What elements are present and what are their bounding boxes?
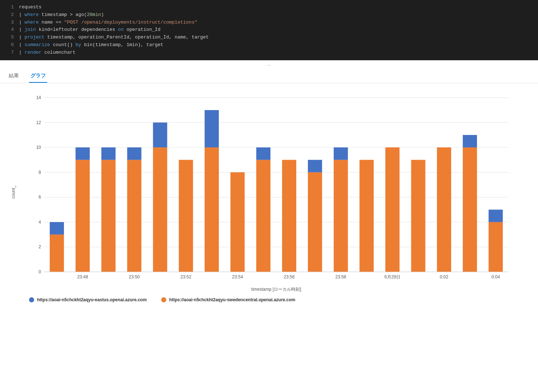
x-tick-label: 23:56 xyxy=(284,274,295,279)
bar-blue[interactable] xyxy=(308,160,322,172)
legend-item: https://aoai-n5chckht2aqyu-swedencentral… xyxy=(161,297,295,302)
code-token: summarize xyxy=(25,41,50,49)
code-token: timestamp > ago( xyxy=(39,11,87,19)
line-number: 6 xyxy=(4,41,14,49)
code-token: "POST /openai/deployments/instruct/compl… xyxy=(64,19,197,26)
code-line: 3| where name == "POST /openai/deploymen… xyxy=(0,19,538,26)
bar-blue[interactable] xyxy=(205,110,219,147)
bar-blue[interactable] xyxy=(153,122,167,147)
code-token: timestamp, operation_ParentId, operation… xyxy=(44,34,208,41)
bar-red[interactable] xyxy=(334,160,348,272)
code-token: | xyxy=(19,41,25,49)
bar-blue[interactable] xyxy=(489,209,503,222)
bar-red[interactable] xyxy=(153,147,167,272)
chart-inner: 0246810121423:4823:5023:5223:5423:5623:5… xyxy=(18,90,523,294)
code-token: where xyxy=(25,11,39,19)
code-line: 5| project timestamp, operation_ParentId… xyxy=(0,34,538,41)
bar-blue[interactable] xyxy=(50,222,64,234)
y-tick-label: 8 xyxy=(38,170,41,175)
bar-red[interactable] xyxy=(463,147,477,272)
line-number: 7 xyxy=(4,49,14,57)
code-line: 7| render columnchart xyxy=(0,49,538,57)
code-token: bin(timestamp, 1min), target xyxy=(81,41,163,49)
bar-blue[interactable] xyxy=(101,147,115,160)
code-line: 2| where timestamp > ago(20min) xyxy=(0,11,538,19)
code-token: where xyxy=(25,19,39,26)
code-token: ) xyxy=(101,11,104,19)
code-line: 6| summarize count() by bin(timestamp, 1… xyxy=(0,41,538,49)
code-token: 20min xyxy=(87,11,101,19)
code-token: kind=leftouter dependencies xyxy=(36,26,118,34)
legend-color xyxy=(29,297,34,302)
y-tick-label: 12 xyxy=(36,120,41,125)
code-token: | xyxy=(19,11,25,19)
code-token: | xyxy=(19,19,25,26)
bar-blue[interactable] xyxy=(334,147,348,160)
code-ellipsis: ... xyxy=(0,60,538,68)
y-axis-label: count_ xyxy=(11,90,16,294)
x-tick-label: 23:58 xyxy=(335,274,346,279)
code-token: project xyxy=(25,34,45,41)
code-line: 4| join kind=leftouter dependencies on o… xyxy=(0,26,538,34)
code-token: on xyxy=(118,26,124,34)
bar-red[interactable] xyxy=(101,160,115,272)
code-token: | xyxy=(19,49,25,57)
legend-label: https://aoai-n5chckht2aqyu-eastus.openai… xyxy=(37,297,147,302)
legend-item: https://aoai-n5chckht2aqyu-eastus.openai… xyxy=(29,297,147,302)
bar-red[interactable] xyxy=(489,222,503,271)
line-number: 4 xyxy=(4,26,14,34)
bar-red[interactable] xyxy=(308,172,322,271)
line-number: 2 xyxy=(4,11,14,19)
tab-グラフ[interactable]: グラフ xyxy=(29,70,47,83)
x-tick-label: 23:52 xyxy=(180,274,191,279)
bar-red[interactable] xyxy=(179,160,193,272)
bar-red[interactable] xyxy=(411,160,425,272)
bar-blue[interactable] xyxy=(127,147,141,160)
x-axis-label: timestamp [ローカル時刻] xyxy=(251,287,301,292)
line-number: 3 xyxy=(4,19,14,26)
code-token: | xyxy=(19,34,25,41)
y-tick-label: 14 xyxy=(36,95,41,100)
bar-red[interactable] xyxy=(256,160,270,272)
tabs-bar: 結果グラフ xyxy=(0,68,538,83)
y-tick-label: 0 xyxy=(38,269,41,274)
y-tick-label: 2 xyxy=(38,244,41,249)
bar-red[interactable] xyxy=(282,160,296,272)
code-token: requests xyxy=(19,4,41,11)
code-token: render xyxy=(25,49,42,57)
bar-red[interactable] xyxy=(231,172,245,271)
legend-color xyxy=(161,297,166,302)
bar-blue[interactable] xyxy=(76,147,90,160)
bar-red[interactable] xyxy=(205,147,219,272)
line-number: 1 xyxy=(4,4,14,11)
tab-結果[interactable]: 結果 xyxy=(7,70,20,83)
bar-red[interactable] xyxy=(359,160,374,272)
code-token: join xyxy=(25,26,36,34)
code-token: name == xyxy=(39,19,64,26)
bar-blue[interactable] xyxy=(256,147,270,160)
code-token: columnchart xyxy=(41,49,76,57)
x-tick-label: 23:54 xyxy=(232,274,243,279)
bar-blue[interactable] xyxy=(463,135,477,147)
bar-red[interactable] xyxy=(127,160,141,272)
x-tick-label: 23:50 xyxy=(129,274,140,279)
legend-label: https://aoai-n5chckht2aqyu-swedencentral… xyxy=(169,297,295,302)
code-token: operation_Id xyxy=(124,26,160,34)
bar-red[interactable] xyxy=(437,147,451,272)
y-tick-label: 6 xyxy=(38,195,41,200)
bar-red[interactable] xyxy=(50,234,64,272)
x-tick-label: 23:48 xyxy=(77,274,88,279)
bar-chart: 0246810121423:4823:5023:5223:5423:5623:5… xyxy=(18,90,523,294)
code-line: 1requests xyxy=(0,4,538,11)
bar-red[interactable] xyxy=(385,147,399,272)
chart-container: count_ 0246810121423:4823:5023:5223:5423… xyxy=(0,83,538,310)
x-tick-label: 0:04 xyxy=(492,274,500,279)
code-token: by xyxy=(76,41,81,49)
x-tick-label: 0:02 xyxy=(440,274,449,279)
code-token: count() xyxy=(50,41,76,49)
bar-red[interactable] xyxy=(76,160,90,272)
legend: https://aoai-n5chckht2aqyu-eastus.openai… xyxy=(11,297,523,302)
y-tick-label: 4 xyxy=(38,219,41,224)
code-token: | xyxy=(19,26,25,34)
x-tick-label: 6月29日 xyxy=(384,274,400,279)
